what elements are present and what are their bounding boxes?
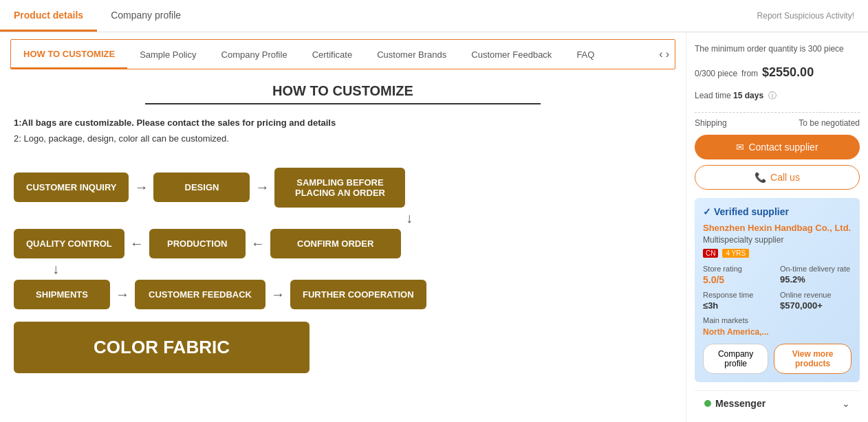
description: 1:All bags are customizable. Please cont… <box>14 115 672 147</box>
country-flag: CN <box>703 249 718 258</box>
store-rating-value[interactable]: 5.0/5 <box>703 274 774 285</box>
desc-line-1: 1:All bags are customizable. Please cont… <box>14 115 672 131</box>
messenger-chevron-icon[interactable]: ⌄ <box>842 398 850 409</box>
flow-row-2: QUALITY CONTROL ← PRODUCTION ← CONFIRM O… <box>14 229 672 258</box>
messenger-label-text: Messenger <box>715 398 766 409</box>
left-panel: HOW TO CUSTOMIZE Sample Policy Company P… <box>0 32 686 422</box>
flow-box-shipments: SHIPMENTS <box>14 280 110 309</box>
nav-item-customer-feedback[interactable]: Customer Feedback <box>459 40 564 69</box>
revenue-value: $570,000+ <box>780 300 851 311</box>
main-content: HOW TO CUSTOMIZE Sample Policy Company P… <box>0 32 868 422</box>
revenue-item: Online revenue $570,000+ <box>780 291 851 311</box>
nav-item-sample-policy[interactable]: Sample Policy <box>127 40 208 69</box>
response-value: ≤3h <box>703 300 774 311</box>
store-rating-label: Store rating <box>703 265 774 273</box>
store-rating-item: Store rating 5.0/5 <box>703 265 774 285</box>
nav-item-how-to-customize[interactable]: HOW TO CUSTOMIZE <box>11 40 127 69</box>
verified-check-icon: ✓ <box>703 206 711 217</box>
price-value: $2550.00 <box>762 60 814 85</box>
color-fabric-section: COLOR FABRIC <box>14 322 672 373</box>
arrow-down-2-icon: ↓ <box>52 261 59 277</box>
flow-box-sampling: SAMPLING BEFORE PLACING AN ORDER <box>274 168 405 208</box>
tab-product-details[interactable]: Product details <box>0 0 97 32</box>
flow-box-quality-control: QUALITY CONTROL <box>14 229 124 258</box>
response-label: Response time <box>703 291 774 299</box>
flow-box-customer-feedback: CUSTOMER FEEDBACK <box>135 280 265 309</box>
color-fabric-banner: COLOR FABRIC <box>14 322 310 373</box>
top-tabs: Product details Company profile Report S… <box>0 0 868 32</box>
section-title: HOW TO CUSTOMIZE <box>14 83 672 99</box>
call-btn-label: Call us <box>770 172 800 183</box>
flow-arrow-down-1: ↓ <box>14 210 672 226</box>
info-icon[interactable]: ⓘ <box>768 91 777 100</box>
shipping-label: Shipping <box>695 118 727 128</box>
stats-grid: Store rating 5.0/5 On-time delivery rate… <box>703 265 851 311</box>
delivery-label: On-time delivery rate <box>780 265 851 273</box>
from-label: from <box>741 65 758 82</box>
right-sidebar: The minimum order quantity is 300 piece … <box>686 32 868 422</box>
flow-arrow-4: ← <box>251 236 265 252</box>
flow-arrow-5: → <box>116 287 129 302</box>
flow-section: CUSTOMER INQUIRY → DESIGN → SAMPLING BEF… <box>0 168 686 373</box>
nav-item-faq[interactable]: FAQ <box>564 40 607 69</box>
lead-time-value: 15 days <box>733 91 763 100</box>
call-us-button[interactable]: 📞 Call us <box>695 165 860 190</box>
years-badge: 4 YRS <box>722 249 749 258</box>
desc-line-2: 2: Logo, package, design, color all can … <box>14 131 672 146</box>
arrow-down-1-icon: ↓ <box>406 210 413 226</box>
flow-box-design: DESIGN <box>153 173 250 202</box>
tab-company-profile[interactable]: Company profile <box>97 0 195 32</box>
nav-arrows: ‹ › <box>659 48 675 60</box>
nav-next-arrow[interactable]: › <box>666 48 669 60</box>
flow-arrow-2: → <box>255 179 269 195</box>
content-area: HOW TO CUSTOMIZE 1:All bags are customiz… <box>0 76 686 168</box>
nav-item-customer-brands[interactable]: Customer Brands <box>365 40 459 69</box>
supplier-type: Multispecialty supplier <box>703 235 851 245</box>
nav-bar: HOW TO CUSTOMIZE Sample Policy Company P… <box>10 39 675 69</box>
order-info: The minimum order quantity is 300 piece … <box>695 41 860 104</box>
lead-time-label: Lead time <box>695 91 731 100</box>
section-divider <box>145 103 540 104</box>
flow-arrow-down-2: ↓ <box>14 261 672 277</box>
flow-box-confirm-order: CONFIRM ORDER <box>270 229 401 258</box>
delivery-rate-item: On-time delivery rate 95.2% <box>780 265 851 285</box>
supplier-name-link[interactable]: Shenzhen Hexin Handbag Co., Ltd. <box>703 223 851 233</box>
lead-time-row: Lead time 15 days ⓘ <box>695 87 860 104</box>
nav-item-company-profile[interactable]: Company Profile <box>209 40 300 69</box>
messenger-bar: Messenger ⌄ <box>695 390 860 416</box>
response-time-item: Response time ≤3h <box>703 291 774 311</box>
quantity-text: 0/300 piece <box>695 65 737 82</box>
page-wrapper: Product details Company profile Report S… <box>0 0 868 422</box>
min-order-text: The minimum order quantity is 300 piece <box>695 41 860 57</box>
order-divider <box>695 112 860 113</box>
nav-item-certificate[interactable]: Certificate <box>300 40 365 69</box>
main-markets-label: Main markets <box>703 316 851 324</box>
price-row: 0/300 piece from $2550.00 <box>695 60 860 85</box>
phone-icon: 📞 <box>755 172 766 183</box>
messenger-online-dot <box>704 400 711 407</box>
view-more-products-button[interactable]: View more products <box>774 344 851 374</box>
supplier-meta: CN 4 YRS <box>703 249 851 258</box>
desc-bold-1: 1:All bags are customizable. Please cont… <box>14 118 336 128</box>
flow-arrow-6: → <box>271 287 285 302</box>
report-activity-link[interactable]: Report Suspicious Activity! <box>757 11 854 21</box>
flow-arrow-1: → <box>134 179 148 195</box>
contact-supplier-button[interactable]: ✉ Contact supplier <box>695 135 860 159</box>
verified-title-text: Verified supplier <box>714 206 789 217</box>
delivery-value: 95.2% <box>780 274 851 285</box>
flow-row-3: SHIPMENTS → CUSTOMER FEEDBACK → FURTHER … <box>14 280 672 309</box>
email-icon: ✉ <box>736 142 744 153</box>
verified-supplier-box: ✓ Verified supplier Shenzhen Hexin Handb… <box>695 198 860 382</box>
messenger-label: Messenger <box>704 398 766 409</box>
markets-value[interactable]: North America,... <box>703 327 851 337</box>
flow-box-customer-inquiry: CUSTOMER INQUIRY <box>14 173 129 202</box>
shipping-value: To be negotiated <box>799 118 860 128</box>
company-profile-button[interactable]: Company profile <box>703 344 768 374</box>
shipping-row: Shipping To be negotiated <box>695 118 860 128</box>
flow-arrow-3: ← <box>130 236 144 252</box>
verified-title: ✓ Verified supplier <box>703 206 851 217</box>
flow-box-production: PRODUCTION <box>149 229 246 258</box>
flow-row-1: CUSTOMER INQUIRY → DESIGN → SAMPLING BEF… <box>14 168 672 208</box>
nav-prev-arrow[interactable]: ‹ <box>659 48 662 60</box>
bottom-buttons: Company profile View more products <box>703 344 851 374</box>
